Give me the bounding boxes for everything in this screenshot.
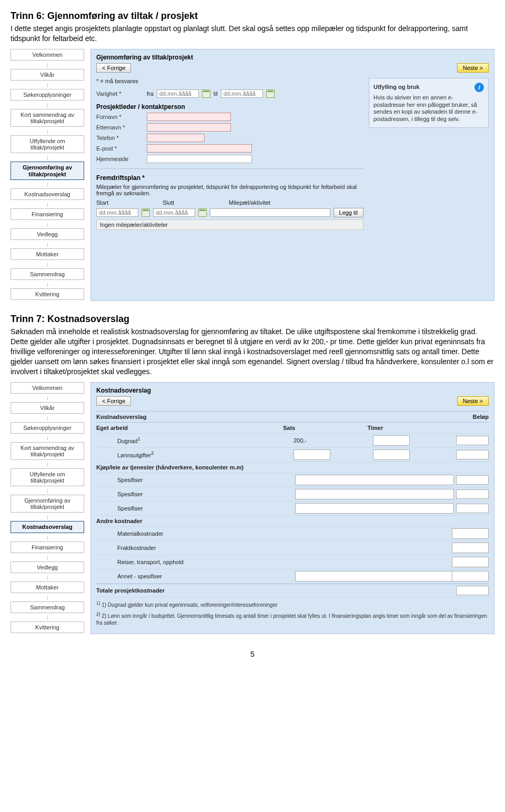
help-title: Utfylling og bruk xyxy=(373,84,419,91)
milestone-start-input[interactable] xyxy=(96,208,138,217)
sidebar-item-kostnadsoverslag[interactable]: Kostnadsoverslag xyxy=(11,188,84,200)
lonn-label: Lønnsutgifter xyxy=(117,452,151,458)
dugnad-label: Dugnad xyxy=(117,438,138,444)
arrow-icon: ↓ xyxy=(11,514,84,520)
sidebar-item-velkommen[interactable]: Velkommen xyxy=(11,49,84,61)
main-panel: Kostnadsoverslag < Forrige Neste > Kostn… xyxy=(90,382,494,635)
spesifiser-3-input[interactable] xyxy=(295,503,454,514)
reiser-amount-input[interactable] xyxy=(452,557,489,567)
date-to-input[interactable] xyxy=(221,89,263,98)
calendar-icon[interactable] xyxy=(198,208,207,217)
arrow-icon: ↓ xyxy=(11,554,84,560)
material-amount-input[interactable] xyxy=(452,528,489,539)
wizard-sidebar: Velkommen ↓ Vilkår ↓ Søkeropplysninger ↓… xyxy=(11,49,84,301)
spesifiser-2-amount xyxy=(456,489,489,499)
sidebar-item-vilkar[interactable]: Vilkår xyxy=(11,402,84,414)
lonn-sats-input[interactable] xyxy=(294,449,330,460)
epost-label: E-post * xyxy=(96,145,144,152)
start-col: Start xyxy=(96,199,159,206)
arrow-icon: ↓ xyxy=(11,241,84,247)
sidebar-item-sokeropplysninger[interactable]: Søkeropplysninger xyxy=(11,422,84,434)
next-button[interactable]: Neste > xyxy=(457,396,489,406)
annet-amount-input[interactable] xyxy=(452,571,489,582)
hjemmeside-input[interactable] xyxy=(147,155,252,163)
sidebar-item-velkommen[interactable]: Velkommen xyxy=(11,382,84,394)
sidebar-item-mottaker[interactable]: Mottaker xyxy=(11,248,84,260)
calendar-icon[interactable] xyxy=(266,89,275,98)
sidebar-item-sokeropplysninger[interactable]: Søkeropplysninger xyxy=(11,89,84,101)
section6-heading: Trinn 6: Gjennomføring av tiltak / prosj… xyxy=(11,11,494,22)
telefon-input[interactable] xyxy=(147,134,205,142)
sidebar-item-utfyllende[interactable]: Utfyllende om tiltak/prosjekt xyxy=(11,468,84,486)
spesifiser-2-input[interactable] xyxy=(295,489,454,499)
arrow-icon: ↓ xyxy=(11,395,84,401)
milestone-text-input[interactable] xyxy=(210,208,330,217)
sidebar-item-sammendrag-kort[interactable]: Kort sammendrag av tiltak/prosjekt xyxy=(11,109,84,127)
page-number: 5 xyxy=(11,650,494,658)
arrow-icon: ↓ xyxy=(11,435,84,441)
amount-heading: Beløp xyxy=(472,414,489,420)
sidebar-item-gjennomforing[interactable]: Gjennomføring av tiltak/prosjekt xyxy=(11,162,84,179)
arrow-icon: ↓ xyxy=(11,487,84,494)
dugnad-amount xyxy=(456,436,489,445)
arrow-icon: ↓ xyxy=(11,82,84,88)
dugnad-sats-value: 200,- xyxy=(272,437,370,444)
spes-label: Spesifiser xyxy=(96,505,271,512)
etternavn-input[interactable] xyxy=(147,123,231,132)
lonn-timer-input[interactable] xyxy=(373,449,410,460)
frakt-amount-input[interactable] xyxy=(452,543,489,553)
sidebar-item-finansiering[interactable]: Finansiering xyxy=(11,208,84,220)
arrow-icon: ↓ xyxy=(11,461,84,467)
spesifiser-1-input[interactable] xyxy=(295,475,454,485)
annet-label: Annet - spesifiser xyxy=(96,573,271,579)
arrow-icon: ↓ xyxy=(11,128,84,134)
fornavn-input[interactable] xyxy=(147,113,231,121)
contact-title: Prosjektleder / kontaktperson xyxy=(96,103,363,111)
sidebar-item-vedlegg[interactable]: Vedlegg xyxy=(11,228,84,240)
sidebar-item-vilkar[interactable]: Vilkår xyxy=(11,69,84,81)
sidebar-item-finansiering[interactable]: Finansiering xyxy=(11,542,84,553)
epost-input[interactable] xyxy=(147,144,252,153)
sidebar-item-sammendrag[interactable]: Sammendrag xyxy=(11,602,84,613)
telefon-label: Telefon * xyxy=(96,135,144,141)
frakt-label: Fraktkostnader xyxy=(96,545,449,551)
reiser-label: Reiser, transport, opphold xyxy=(96,559,449,565)
total-label: Totale prosjektkostnader xyxy=(96,587,449,594)
material-label: Materialkostnader xyxy=(96,530,449,537)
arrow-icon: ↓ xyxy=(11,261,84,267)
arrow-icon: ↓ xyxy=(11,415,84,421)
fremdriftsplan-title: Fremdriftsplan * xyxy=(96,174,363,182)
section7-body: Søknaden må inneholde et realistisk kost… xyxy=(11,327,494,376)
slutt-col: Slutt xyxy=(163,199,226,206)
sidebar-item-kostnadsoverslag[interactable]: Kostnadsoverslag xyxy=(11,521,84,533)
dugnad-timer-input[interactable] xyxy=(373,435,410,446)
arrow-icon: ↓ xyxy=(11,154,84,161)
next-button[interactable]: Neste > xyxy=(457,63,489,73)
fornavn-label: Fornavn * xyxy=(96,114,144,120)
sidebar-item-vedlegg[interactable]: Vedlegg xyxy=(11,562,84,573)
calendar-icon[interactable] xyxy=(202,89,210,98)
add-button[interactable]: Legg til xyxy=(334,208,363,217)
arrow-icon: ↓ xyxy=(11,181,84,187)
milestone-end-input[interactable] xyxy=(153,208,195,217)
sidebar-item-sammendrag[interactable]: Sammendrag xyxy=(11,268,84,280)
sidebar-item-kvittering[interactable]: Kvittering xyxy=(11,621,84,633)
app-screenshot-2: Velkommen ↓ Vilkår ↓ Søkeropplysninger ↓… xyxy=(11,382,494,635)
sidebar-item-gjennomforing[interactable]: Gjennomføring av tiltak/prosjekt xyxy=(11,495,84,513)
sidebar-item-sammendrag-kort[interactable]: Kort sammendrag av tiltak/prosjekt xyxy=(11,442,84,460)
spesifiser-3-amount xyxy=(456,504,489,513)
sidebar-item-mottaker[interactable]: Mottaker xyxy=(11,582,84,593)
eget-label: Eget arbeid xyxy=(96,425,259,431)
calendar-icon[interactable] xyxy=(142,208,150,217)
date-from-input[interactable] xyxy=(157,89,199,98)
prev-button[interactable]: < Forrige xyxy=(96,63,131,73)
fra-label: fra xyxy=(147,91,154,97)
etternavn-label: Etternavn * xyxy=(96,124,144,131)
prev-button[interactable]: < Forrige xyxy=(96,396,131,406)
arrow-icon: ↓ xyxy=(11,221,84,227)
main-panel: Gjennomføring av tiltak/prosjekt < Forri… xyxy=(90,49,494,301)
section7-heading: Trinn 7: Kostnadsoverslag xyxy=(11,314,494,325)
sidebar-item-kvittering[interactable]: Kvittering xyxy=(11,288,84,300)
annet-spes-input[interactable] xyxy=(295,571,454,582)
sidebar-item-utfyllende[interactable]: Utfyllende om tiltak/prosjekt xyxy=(11,135,84,153)
